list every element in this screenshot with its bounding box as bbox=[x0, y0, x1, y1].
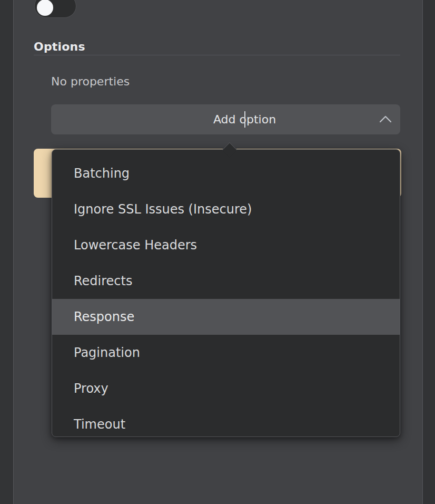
dropdown-item-redirects[interactable]: Redirects bbox=[52, 263, 400, 299]
dropdown-list: Batching Ignore SSL Issues (Insecure) Lo… bbox=[52, 150, 400, 437]
panel-right-gutter bbox=[422, 0, 435, 504]
no-properties-text: No properties bbox=[51, 75, 130, 88]
chevron-up-icon[interactable] bbox=[379, 114, 392, 124]
dropdown-item-proxy[interactable]: Proxy bbox=[52, 371, 400, 406]
boolean-toggle[interactable] bbox=[35, 0, 76, 17]
node-settings-panel: Options No properties Add option Batchin… bbox=[0, 0, 435, 504]
dropdown-item-timeout[interactable]: Timeout bbox=[52, 406, 400, 437]
dropdown-item-pagination[interactable]: Pagination bbox=[52, 335, 400, 371]
options-section-heading: Options bbox=[34, 40, 85, 53]
toggle-knob[interactable] bbox=[37, 0, 53, 16]
dropdown-item-ignore-ssl-issues[interactable]: Ignore SSL Issues (Insecure) bbox=[52, 191, 400, 227]
dropdown-item-batching[interactable]: Batching bbox=[52, 156, 400, 191]
dropdown-item-response[interactable]: Response bbox=[52, 299, 400, 335]
add-option-dropdown-menu: Batching Ignore SSL Issues (Insecure) Lo… bbox=[52, 149, 400, 437]
add-option-select[interactable]: Add option bbox=[51, 104, 400, 134]
text-cursor bbox=[244, 111, 245, 128]
dropdown-item-lowercase-headers[interactable]: Lowercase Headers bbox=[52, 227, 400, 263]
section-divider bbox=[34, 55, 400, 55]
panel-left-gutter bbox=[0, 0, 14, 504]
